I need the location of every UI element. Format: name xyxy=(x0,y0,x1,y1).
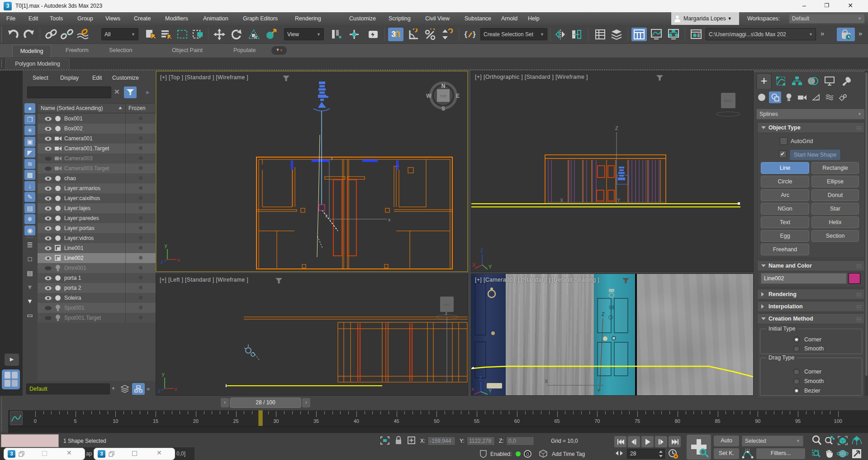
previous-frame-button[interactable] xyxy=(628,436,640,447)
ribbon-tab-object-paint[interactable]: Object Paint xyxy=(172,47,203,53)
display-space-warps-icon[interactable]: ≋ xyxy=(24,159,35,169)
close-button[interactable]: ✕ xyxy=(839,0,862,12)
autogrid-checkbox[interactable] xyxy=(780,137,787,145)
menu-animation[interactable]: Animation xyxy=(203,12,228,25)
layer-combo[interactable]: Default xyxy=(26,383,110,394)
timeline-drag-handle[interactable] xyxy=(1,398,3,431)
visibility-eye-icon[interactable] xyxy=(45,316,52,320)
object-type-rectangle-button[interactable]: Rectangle xyxy=(811,162,859,174)
search-filter-button[interactable] xyxy=(124,86,137,98)
visibility-eye-icon[interactable] xyxy=(45,117,52,121)
object-type-egg-button[interactable]: Egg xyxy=(761,230,809,242)
menu-views[interactable]: Views xyxy=(105,12,120,25)
object-type-freehand-button[interactable]: Freehand xyxy=(761,244,809,255)
explorer-row-Layer-armarios[interactable]: Layer:armarios❄ xyxy=(38,183,156,193)
explorer-row-Camera001[interactable]: Camera001❄ xyxy=(38,134,156,144)
taskbar-window-preview-2[interactable]: 3 ✕ xyxy=(94,448,175,460)
filter-settings-icon[interactable]: ▼ xyxy=(24,282,35,292)
rollout-grip[interactable] xyxy=(856,126,862,130)
object-type-circle-button[interactable]: Circle xyxy=(761,176,809,187)
close-window-icon[interactable]: ✕ xyxy=(66,449,72,456)
explorer-row-porta-2[interactable]: porta 2❄ xyxy=(38,283,156,293)
layer-overflow-chevron[interactable]: » xyxy=(147,385,150,392)
restore-window-icon[interactable] xyxy=(19,451,24,457)
frozen-snowflake-icon[interactable]: ❄ xyxy=(132,223,150,233)
object-color-swatch[interactable] xyxy=(849,273,860,284)
object-type-ellipse-button[interactable]: Ellipse xyxy=(811,176,859,187)
visibility-eye-icon[interactable] xyxy=(45,187,52,191)
viewport-left[interactable]: [+] [Left ] [Standard ] [Wireframe ] z xyxy=(156,273,468,396)
explorer-row-chao[interactable]: chao❄ xyxy=(38,173,156,183)
tab-modify[interactable] xyxy=(773,74,788,88)
visibility-eye-icon[interactable] xyxy=(45,127,52,131)
explorer-row-Line001[interactable]: Line001❄ xyxy=(38,243,156,253)
explorer-row-Layer-vidros[interactable]: Layer:vidros❄ xyxy=(38,233,156,243)
visibility-eye-icon[interactable] xyxy=(45,286,52,290)
frozen-snowflake-icon[interactable]: ❄ xyxy=(132,213,150,223)
named-selection-filter-dropdown[interactable]: All ▼ xyxy=(101,28,138,40)
create-lights-icon[interactable] xyxy=(783,91,795,103)
menu-edit[interactable]: Edit xyxy=(28,12,38,25)
frozen-snowflake-icon[interactable]: ❄ xyxy=(132,243,150,253)
set-keys-button[interactable] xyxy=(687,435,711,460)
zoom-icon[interactable] xyxy=(811,435,822,446)
explorer-row-Line002[interactable]: Line002❄ xyxy=(38,253,156,263)
visibility-eye-icon[interactable] xyxy=(45,246,52,250)
filter-icon[interactable]: ▼ xyxy=(24,296,35,306)
visibility-eye-icon[interactable] xyxy=(45,306,52,310)
schematic-view-icon[interactable] xyxy=(666,28,681,41)
object-type-text-button[interactable]: Text xyxy=(761,216,809,228)
visibility-eye-icon[interactable] xyxy=(45,276,52,280)
select-object-icon[interactable] xyxy=(143,28,158,41)
tab-create[interactable]: + xyxy=(756,73,772,89)
visibility-eye-icon[interactable] xyxy=(45,167,52,171)
start-new-shape-button[interactable]: Start New Shape xyxy=(790,149,840,160)
ribbon-tab-populate[interactable]: Populate xyxy=(233,47,256,53)
explorer-menu-select[interactable]: Select xyxy=(33,75,48,81)
menu-file[interactable]: File xyxy=(6,12,15,25)
rollout-interpolation[interactable]: Interpolation xyxy=(757,301,865,312)
frozen-snowflake-icon[interactable]: ❄ xyxy=(132,273,150,283)
frozen-snowflake-icon[interactable]: ❄ xyxy=(132,193,150,203)
keyboard-shortcut-override-icon[interactable] xyxy=(365,28,381,41)
object-type-section-button[interactable]: Section xyxy=(811,230,859,242)
menu-modifiers[interactable]: Modifiers xyxy=(165,12,188,25)
snaps-toggle-icon[interactable]: 3 xyxy=(388,28,403,41)
explorer-row-Spot001-Target[interactable]: Spot001.Target❄ xyxy=(38,313,156,323)
key-filter-dropdown[interactable]: Selected ▼ xyxy=(742,436,803,446)
display-lights-icon[interactable]: ☀ xyxy=(24,125,35,135)
add-time-tag-label[interactable]: Add Time Tag xyxy=(552,451,585,457)
selection-set-dropdown[interactable]: Create Selection Set ▼ xyxy=(480,28,547,40)
drag-type-bezier-radio[interactable] xyxy=(793,388,800,394)
start-new-shape-checkbox[interactable] xyxy=(779,150,787,158)
explorer-row-Layer-lajes[interactable]: Layer:lajes❄ xyxy=(38,203,156,213)
pan-hand-icon[interactable] xyxy=(824,448,835,459)
maxscript-mini-listener[interactable] xyxy=(1,434,59,447)
menu-tools[interactable]: Tools xyxy=(50,12,63,25)
display-groups-icon[interactable]: ▩ xyxy=(24,170,35,180)
initial-type-smooth-radio[interactable] xyxy=(793,345,800,352)
frozen-snowflake-icon[interactable]: ❄ xyxy=(132,163,150,173)
play-button[interactable] xyxy=(641,436,654,447)
object-type-line-button[interactable]: Line xyxy=(761,162,809,174)
layer-combo-arrow[interactable]: ▼ xyxy=(111,386,115,391)
drag-type-smooth-radio[interactable] xyxy=(793,378,800,384)
menu-group[interactable]: Group xyxy=(77,12,93,25)
display-shapes-icon[interactable]: ❒ xyxy=(24,115,35,125)
frozen-snowflake-icon[interactable]: ❄ xyxy=(132,293,150,303)
explorer-row-Box001[interactable]: Box001❄ xyxy=(38,114,156,124)
display-hidden-icon[interactable]: ◉ xyxy=(24,225,35,235)
user-account-chip[interactable]: Margarida Lopes ▼ xyxy=(671,12,739,25)
menu-arnold[interactable]: Arnold xyxy=(501,12,517,25)
set-key-button[interactable]: Set K. xyxy=(714,448,739,459)
object-type-ngon-button[interactable]: NGon xyxy=(761,203,809,215)
project-path-dropdown[interactable]: C:\Users\maggi...s\3ds Max 202 ▼ xyxy=(706,28,816,40)
tab-motion[interactable] xyxy=(806,74,821,88)
close-window-icon[interactable]: ✕ xyxy=(157,449,162,456)
menu-help[interactable]: Help xyxy=(528,12,540,25)
splines-category-dropdown[interactable]: Splines ▼ xyxy=(756,109,865,120)
create-geometry-icon[interactable] xyxy=(755,91,768,103)
menu-substance[interactable]: Substance xyxy=(465,12,491,25)
display-frozen-icon[interactable]: ❄ xyxy=(24,214,35,224)
menu-scripting[interactable]: Scripting xyxy=(389,12,411,25)
